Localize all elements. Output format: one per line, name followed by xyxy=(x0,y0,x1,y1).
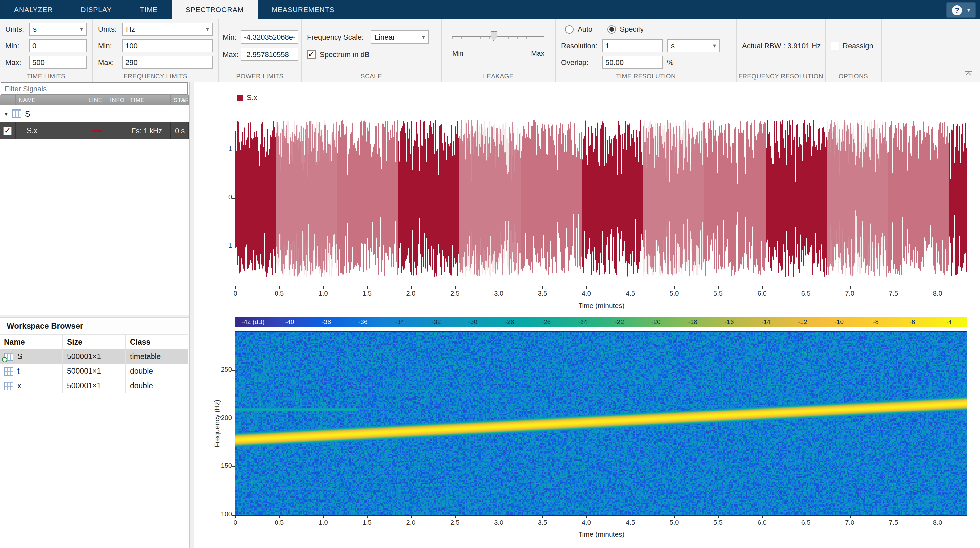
help-button[interactable]: ? ▾ xyxy=(946,2,976,18)
section-scale: Frequency Scale: Linear Spectrum in dB S… xyxy=(302,19,442,81)
frequency-scale-dropdown[interactable]: Linear xyxy=(371,30,429,44)
section-frequency-limits: Units: Hz Min: Max: FREQUENCY LIMITS xyxy=(93,19,219,81)
ws-column-name[interactable]: Name xyxy=(0,335,62,349)
freq-units-dropdown[interactable]: Hz xyxy=(122,22,213,36)
leakage-slider[interactable] xyxy=(452,32,544,43)
overlap-input[interactable] xyxy=(602,56,663,69)
x-tick-mark xyxy=(323,516,324,518)
x-tick-label: 2.0 xyxy=(406,289,416,297)
signal-info-cell xyxy=(107,122,127,139)
spectrogram-axes[interactable] xyxy=(235,331,967,516)
workspace-row-x[interactable]: x 500001×1 double xyxy=(0,378,188,393)
x-tick-label: 1.0 xyxy=(318,519,328,526)
x-tick-mark xyxy=(762,516,762,518)
resolution-label: Resolution: xyxy=(561,42,602,50)
colorbar-label: -36 xyxy=(358,318,368,326)
time-max-input[interactable] xyxy=(29,56,87,69)
x-tick-label: 5.5 xyxy=(713,519,723,526)
x-tick-mark xyxy=(279,516,280,518)
signal-analyzer-app: ANALYZER DISPLAY TIME SPECTROGRAM MEASUR… xyxy=(0,0,980,548)
resolution-units-dropdown[interactable]: s xyxy=(667,39,720,52)
collapse-toolstrip-icon[interactable] xyxy=(966,71,972,76)
panel-resize-splitter[interactable] xyxy=(189,81,194,548)
y-tick-mark xyxy=(232,198,235,199)
workspace-table-header[interactable]: Name Size Class xyxy=(0,334,188,350)
auto-radio[interactable] xyxy=(565,25,574,33)
reassign-checkbox[interactable] xyxy=(831,41,840,50)
filter-signals-input[interactable] xyxy=(1,82,188,95)
x-tick-mark xyxy=(587,516,587,518)
time-min-input[interactable] xyxy=(29,39,87,52)
time-units-dropdown[interactable]: s xyxy=(29,22,87,36)
signal-browser-panel: NAME LINE INFO TIME START ▲ ▾ S S.x Fs: … xyxy=(0,81,189,548)
resolution-units-value: s xyxy=(671,42,675,50)
colorbar-label: -18 xyxy=(688,318,697,326)
time-plot-xlabel: Time (minutes) xyxy=(578,302,624,310)
sort-icon[interactable]: ▲ xyxy=(181,95,187,106)
workspace-row-S[interactable]: S 500001×1 timetable xyxy=(0,349,188,364)
tab-display[interactable]: DISPLAY xyxy=(67,0,126,19)
workspace-row-t[interactable]: t 500001×1 double xyxy=(0,364,188,378)
freq-max-input[interactable] xyxy=(122,56,213,69)
spectrum-db-label: Spectrum in dB xyxy=(320,50,369,58)
freq-min-input[interactable] xyxy=(122,39,213,52)
y-tick-mark xyxy=(232,515,235,516)
specify-radio[interactable] xyxy=(607,25,616,33)
x-tick-mark xyxy=(675,286,675,289)
x-tick-mark xyxy=(850,286,850,289)
section-label-frequency-resolution: FREQUENCY RESOLUTION xyxy=(737,72,825,79)
y-tick-mark xyxy=(232,247,235,248)
section-time-limits: Units: s Min: Max: TIME LIMITS xyxy=(0,19,93,81)
ws-var-name: x xyxy=(17,382,21,390)
spectrum-db-checkbox[interactable] xyxy=(307,50,316,59)
colorbar-canvas xyxy=(235,318,967,327)
collapse-triangle-icon[interactable]: ▾ xyxy=(5,110,8,117)
ws-var-name: t xyxy=(17,367,19,375)
leakage-max-label: Max xyxy=(531,49,544,57)
colorbar[interactable] xyxy=(235,317,967,327)
tab-analyzer[interactable]: ANALYZER xyxy=(0,0,67,19)
power-max-input[interactable] xyxy=(241,48,298,61)
x-tick-mark xyxy=(235,286,236,289)
toolstrip-filler xyxy=(882,19,980,81)
column-info[interactable]: INFO xyxy=(107,95,127,105)
column-line[interactable]: LINE xyxy=(86,95,107,105)
x-tick-label: 0 xyxy=(233,289,237,297)
column-time[interactable]: TIME xyxy=(127,95,171,105)
overlap-label: Overlap: xyxy=(561,58,602,66)
resolution-input[interactable] xyxy=(602,39,663,52)
x-tick-mark xyxy=(367,516,368,518)
column-name[interactable]: NAME xyxy=(16,95,86,105)
x-tick-label: 5.0 xyxy=(670,519,679,526)
signal-time: Fs: 1 kHz xyxy=(127,122,171,139)
tab-spectrogram[interactable]: SPECTROGRAM xyxy=(172,0,258,19)
leakage-slider-track[interactable] xyxy=(452,37,544,40)
tab-measurements[interactable]: MEASUREMENTS xyxy=(258,0,348,19)
ws-var-size: 500001×1 xyxy=(62,378,125,393)
x-tick-label: 6.0 xyxy=(757,519,767,526)
ws-var-size: 500001×1 xyxy=(62,364,125,378)
x-tick-mark xyxy=(762,286,762,289)
tab-bar: ANALYZER DISPLAY TIME SPECTROGRAM MEASUR… xyxy=(0,0,980,19)
ws-column-class[interactable]: Class xyxy=(125,335,188,349)
signal-visibility-checkbox[interactable] xyxy=(3,126,12,135)
time-plot-axes[interactable] xyxy=(235,113,967,286)
ws-column-size[interactable]: Size xyxy=(62,335,125,349)
display-panel: S.x Time (minutes) Time (minutes) Freque… xyxy=(194,81,980,548)
ws-var-class: timetable xyxy=(125,349,188,364)
panel-splitter[interactable] xyxy=(0,315,189,318)
plot-legend[interactable]: S.x xyxy=(237,94,257,102)
freq-units-value: Hz xyxy=(126,25,135,33)
colorbar-label: -14 xyxy=(762,318,770,326)
signal-row[interactable]: S.x Fs: 1 kHz 0 s xyxy=(0,122,189,139)
signal-group-row[interactable]: ▾ S xyxy=(0,105,189,122)
overlap-suffix: % xyxy=(667,58,674,66)
x-tick-mark xyxy=(499,516,499,518)
signal-table-header[interactable]: NAME LINE INFO TIME START ▲ xyxy=(0,95,189,105)
y-tick-mark xyxy=(232,467,235,467)
section-label-scale: SCALE xyxy=(302,72,441,79)
tab-time[interactable]: TIME xyxy=(126,0,172,19)
specify-radio-label: Specify xyxy=(620,25,643,33)
power-min-input[interactable] xyxy=(241,30,298,44)
workspace-browser-title: Workspace Browser xyxy=(0,319,189,333)
